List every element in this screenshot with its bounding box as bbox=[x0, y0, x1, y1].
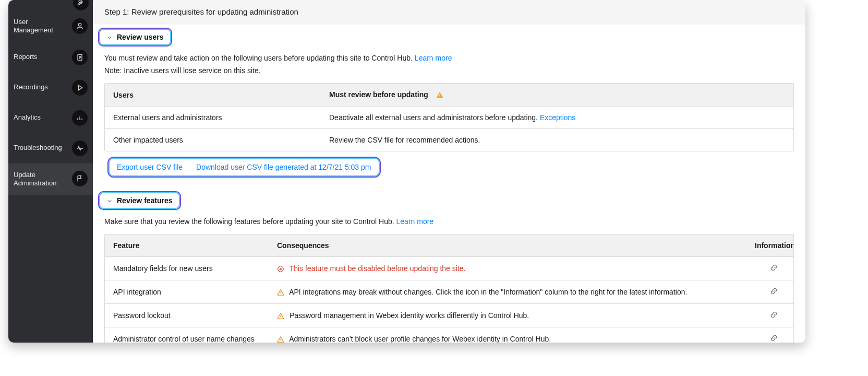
csv-actions: Export user CSV file Download user CSV f… bbox=[107, 157, 381, 178]
col-users-header: Users bbox=[105, 84, 321, 106]
table-row: Password lockout Password management in … bbox=[105, 303, 793, 327]
users-cell: External users and administrators bbox=[105, 107, 321, 128]
sidebar-item-analytics[interactable]: Analytics bbox=[8, 103, 93, 133]
info-link-icon[interactable] bbox=[770, 312, 778, 320]
consequence-cell: API integrations may break without chang… bbox=[269, 281, 746, 303]
learn-more-link[interactable]: Learn more bbox=[415, 54, 452, 62]
sidebar-item-label: Troubleshooting bbox=[14, 144, 62, 152]
accordion-title: Review users bbox=[117, 33, 164, 41]
warning-outline-icon bbox=[277, 336, 284, 343]
info-link-icon[interactable] bbox=[770, 335, 778, 343]
sidebar-item-reports[interactable]: Reports bbox=[8, 42, 93, 73]
consequence-cell: Password management in Webex identity wo… bbox=[269, 304, 746, 326]
users-table: Users Must review before updating Extern… bbox=[104, 83, 794, 151]
chevron-down-icon bbox=[106, 34, 113, 40]
table-row: Mandatory fields for new users This feat… bbox=[105, 256, 793, 280]
warning-icon bbox=[436, 91, 444, 99]
document-icon bbox=[72, 50, 88, 65]
sidebar-item-label: Reports bbox=[14, 53, 38, 61]
sidebar: User Management Reports Recordings Analy… bbox=[8, 0, 93, 343]
chevron-down-icon bbox=[106, 197, 113, 204]
review-features-intro: Make sure that you review the following … bbox=[104, 217, 794, 226]
learn-more-link[interactable]: Learn more bbox=[396, 217, 434, 226]
col-consequences-header: Consequences bbox=[269, 234, 746, 256]
main-content: Step 1: Review prerequisites for updatin… bbox=[93, 0, 805, 343]
table-row: External users and administrators Deacti… bbox=[105, 106, 793, 128]
export-user-csv-link[interactable]: Export user CSV file bbox=[117, 163, 183, 171]
warning-outline-icon bbox=[277, 312, 284, 320]
review-features-panel: Review features Make sure that you revie… bbox=[93, 187, 805, 343]
error-icon bbox=[277, 265, 284, 273]
feature-cell: API integration bbox=[105, 281, 269, 303]
review-users-intro: You must review and take action on the f… bbox=[104, 54, 794, 62]
consequence-cell: This feature must be disabled before upd… bbox=[269, 257, 746, 279]
sidebar-item-user-management[interactable]: User Management bbox=[8, 10, 93, 42]
wrench-icon[interactable] bbox=[73, 0, 89, 10]
download-user-csv-link[interactable]: Download user CSV file generated at 12/7… bbox=[196, 163, 371, 171]
step-title: Step 1: Review prerequisites for updatin… bbox=[93, 0, 805, 25]
sidebar-item-label: Update Administration bbox=[14, 171, 56, 188]
sidebar-item-update-administration[interactable]: Update Administration bbox=[8, 163, 93, 195]
feature-cell: Mandatory fields for new users bbox=[105, 257, 269, 279]
col-must-review-header: Must review before updating bbox=[321, 84, 793, 106]
svg-point-0 bbox=[78, 24, 81, 26]
app-window: User Management Reports Recordings Analy… bbox=[8, 0, 805, 343]
review-users-note: Note: Inactive users will lose service o… bbox=[104, 66, 794, 75]
review-features-accordion[interactable]: Review features bbox=[98, 191, 181, 210]
feature-cell: Password lockout bbox=[105, 304, 269, 326]
exceptions-link[interactable]: Exceptions bbox=[540, 113, 575, 122]
features-table: Feature Consequences Information Mandato… bbox=[104, 234, 794, 343]
col-information-header: Information bbox=[746, 234, 793, 256]
table-row: Administrator control of user name chang… bbox=[105, 327, 793, 343]
user-icon bbox=[72, 18, 88, 34]
table-row: API integration API integrations may bre… bbox=[105, 280, 793, 303]
col-feature-header: Feature bbox=[105, 234, 269, 256]
review-users-panel: Review users You must review and take ac… bbox=[93, 25, 805, 187]
svg-rect-3 bbox=[439, 97, 440, 97]
table-header-row: Feature Consequences Information bbox=[105, 234, 793, 256]
sidebar-item-recordings[interactable]: Recordings bbox=[8, 73, 93, 103]
sidebar-item-troubleshooting[interactable]: Troubleshooting bbox=[8, 133, 93, 163]
warning-outline-icon bbox=[277, 289, 284, 296]
info-link-icon[interactable] bbox=[770, 265, 778, 273]
action-cell: Review the CSV file for recommended acti… bbox=[321, 129, 793, 151]
sidebar-item-label: User Management bbox=[14, 18, 68, 35]
info-link-icon[interactable] bbox=[770, 288, 778, 297]
svg-rect-2 bbox=[439, 95, 440, 96]
feature-cell: Administrator control of user name chang… bbox=[105, 328, 269, 343]
table-row: Other impacted users Review the CSV file… bbox=[105, 128, 793, 151]
flag-icon bbox=[72, 171, 88, 186]
bar-chart-icon bbox=[72, 110, 88, 126]
users-cell: Other impacted users bbox=[105, 129, 321, 151]
sidebar-item-label: Analytics bbox=[14, 113, 41, 122]
sidebar-item-label: Recordings bbox=[14, 83, 48, 91]
play-icon bbox=[72, 80, 88, 96]
table-header-row: Users Must review before updating bbox=[105, 84, 793, 106]
activity-icon bbox=[72, 140, 88, 156]
accordion-title: Review features bbox=[117, 196, 173, 205]
review-users-accordion[interactable]: Review users bbox=[98, 28, 172, 46]
consequence-cell: Administrators can't block user profile … bbox=[269, 328, 746, 343]
action-cell: Deactivate all external users and admini… bbox=[321, 107, 793, 128]
